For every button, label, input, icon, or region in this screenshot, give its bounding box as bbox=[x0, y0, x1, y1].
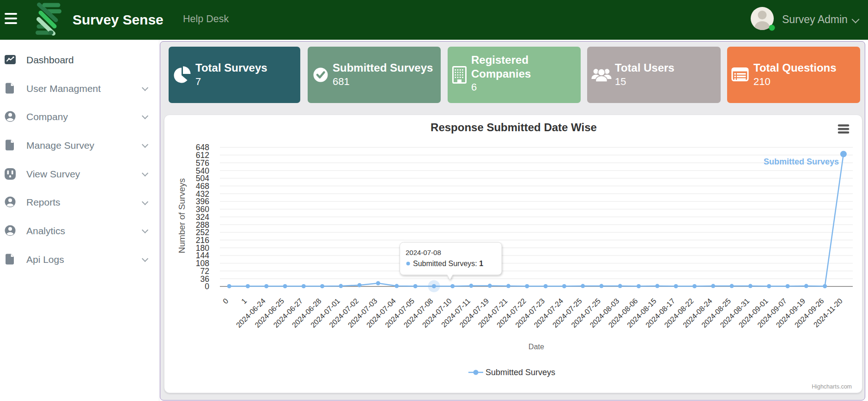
svg-text:Response Submitted Date Wise: Response Submitted Date Wise bbox=[431, 121, 597, 134]
svg-text:Submitted Surveys: 1: Submitted Surveys: 1 bbox=[413, 260, 483, 267]
svg-text:Submitted Surveys: Submitted Surveys bbox=[764, 157, 839, 166]
svg-text:Highcharts.com: Highcharts.com bbox=[812, 383, 852, 390]
svg-text:Submitted Surveys: Submitted Surveys bbox=[486, 368, 555, 377]
svg-text:Date: Date bbox=[528, 343, 544, 351]
svg-text:648: 648 bbox=[196, 143, 209, 152]
svg-text:0: 0 bbox=[221, 297, 230, 305]
svg-text:1: 1 bbox=[240, 297, 248, 305]
svg-text:Number of Surveys: Number of Surveys bbox=[177, 178, 187, 254]
svg-text:2024-07-08: 2024-07-08 bbox=[406, 249, 441, 256]
